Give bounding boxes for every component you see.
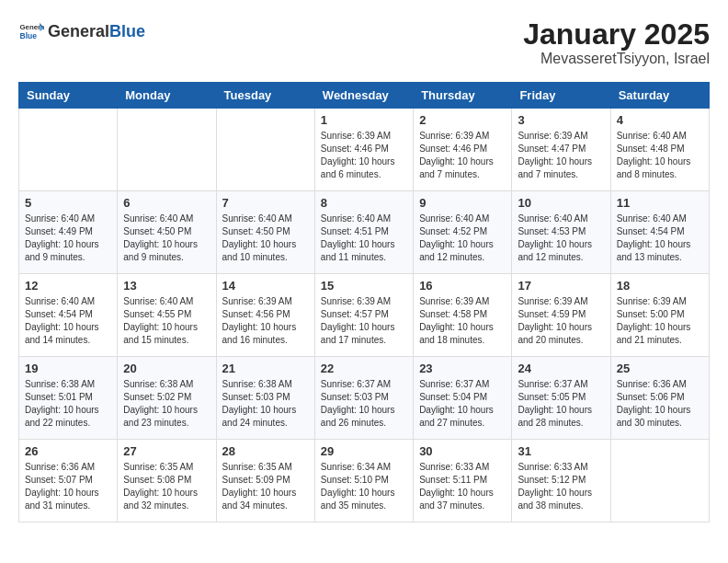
calendar-cell: 19Sunrise: 6:38 AMSunset: 5:01 PMDayligh…: [19, 357, 118, 440]
day-number: 19: [25, 362, 111, 375]
day-info: Sunrise: 6:40 AMSunset: 4:54 PMDaylight:…: [617, 213, 703, 264]
day-info: Sunrise: 6:40 AMSunset: 4:48 PMDaylight:…: [617, 130, 703, 181]
day-info: Sunrise: 6:39 AMSunset: 5:00 PMDaylight:…: [617, 295, 703, 347]
calendar-cell: 11Sunrise: 6:40 AMSunset: 4:54 PMDayligh…: [610, 191, 709, 274]
weekday-header-tuesday: Tuesday: [216, 83, 314, 109]
day-number: 28: [222, 444, 309, 458]
calendar-cell: 2Sunrise: 6:39 AMSunset: 4:46 PMDaylight…: [414, 109, 512, 191]
calendar-cell: 8Sunrise: 6:40 AMSunset: 4:51 PMDaylight…: [314, 191, 413, 274]
calendar-cell: 13Sunrise: 6:40 AMSunset: 4:55 PMDayligh…: [118, 274, 216, 357]
day-number: 22: [321, 362, 407, 375]
day-number: 18: [617, 279, 703, 293]
day-info: Sunrise: 6:40 AMSunset: 4:49 PMDaylight:…: [25, 213, 111, 264]
day-info: Sunrise: 6:39 AMSunset: 4:46 PMDaylight:…: [419, 130, 506, 181]
day-info: Sunrise: 6:39 AMSunset: 4:58 PMDaylight:…: [419, 295, 506, 347]
day-info: Sunrise: 6:39 AMSunset: 4:59 PMDaylight:…: [518, 295, 604, 347]
calendar-cell: 23Sunrise: 6:37 AMSunset: 5:04 PMDayligh…: [414, 357, 512, 440]
calendar-cell: [19, 109, 118, 191]
title-block: January 2025 MevasseretTsiyyon, Israel: [523, 18, 710, 67]
calendar-header-row: SundayMondayTuesdayWednesdayThursdayFrid…: [19, 83, 710, 109]
calendar-cell: 28Sunrise: 6:35 AMSunset: 5:09 PMDayligh…: [216, 440, 314, 523]
day-info: Sunrise: 6:39 AMSunset: 4:57 PMDaylight:…: [321, 295, 407, 347]
day-info: Sunrise: 6:37 AMSunset: 5:05 PMDaylight:…: [518, 378, 604, 430]
calendar-cell: 31Sunrise: 6:33 AMSunset: 5:12 PMDayligh…: [512, 440, 610, 523]
calendar-cell: 1Sunrise: 6:39 AMSunset: 4:46 PMDaylight…: [314, 109, 413, 191]
day-number: 21: [222, 362, 309, 375]
day-info: Sunrise: 6:35 AMSunset: 5:08 PMDaylight:…: [123, 461, 210, 512]
day-info: Sunrise: 6:40 AMSunset: 4:52 PMDaylight:…: [419, 213, 506, 264]
day-info: Sunrise: 6:39 AMSunset: 4:46 PMDaylight:…: [321, 130, 407, 181]
day-number: 25: [617, 362, 703, 375]
calendar-cell: 27Sunrise: 6:35 AMSunset: 5:08 PMDayligh…: [118, 440, 216, 523]
calendar-cell: 5Sunrise: 6:40 AMSunset: 4:49 PMDaylight…: [19, 191, 118, 274]
calendar-cell: 16Sunrise: 6:39 AMSunset: 4:58 PMDayligh…: [414, 274, 512, 357]
day-number: 3: [518, 113, 604, 127]
day-info: Sunrise: 6:35 AMSunset: 5:09 PMDaylight:…: [222, 461, 309, 512]
calendar-cell: 20Sunrise: 6:38 AMSunset: 5:02 PMDayligh…: [118, 357, 216, 440]
day-number: 24: [518, 362, 604, 375]
day-number: 14: [222, 279, 309, 293]
day-info: Sunrise: 6:40 AMSunset: 4:53 PMDaylight:…: [518, 213, 604, 264]
calendar-cell: 25Sunrise: 6:36 AMSunset: 5:06 PMDayligh…: [610, 357, 709, 440]
calendar-cell: 12Sunrise: 6:40 AMSunset: 4:54 PMDayligh…: [19, 274, 118, 357]
calendar-cell: 3Sunrise: 6:39 AMSunset: 4:47 PMDaylight…: [512, 109, 610, 191]
day-info: Sunrise: 6:40 AMSunset: 4:54 PMDaylight:…: [25, 295, 111, 347]
day-info: Sunrise: 6:40 AMSunset: 4:50 PMDaylight:…: [123, 213, 210, 264]
calendar-cell: 21Sunrise: 6:38 AMSunset: 5:03 PMDayligh…: [216, 357, 314, 440]
calendar-cell: 30Sunrise: 6:33 AMSunset: 5:11 PMDayligh…: [414, 440, 512, 523]
weekday-header-friday: Friday: [512, 83, 610, 109]
day-number: 7: [222, 196, 309, 210]
day-number: 4: [617, 113, 703, 127]
calendar-week-row: 19Sunrise: 6:38 AMSunset: 5:01 PMDayligh…: [19, 357, 710, 440]
day-number: 30: [419, 444, 506, 458]
day-number: 13: [123, 279, 210, 293]
svg-text:Blue: Blue: [20, 31, 38, 40]
day-info: Sunrise: 6:40 AMSunset: 4:50 PMDaylight:…: [222, 213, 309, 264]
calendar-table: SundayMondayTuesdayWednesdayThursdayFrid…: [18, 82, 710, 523]
day-number: 6: [123, 196, 210, 210]
calendar-cell: 22Sunrise: 6:37 AMSunset: 5:03 PMDayligh…: [314, 357, 413, 440]
calendar-cell: [610, 440, 709, 523]
calendar-cell: 7Sunrise: 6:40 AMSunset: 4:50 PMDaylight…: [216, 191, 314, 274]
day-number: 29: [321, 444, 407, 458]
calendar-cell: [118, 109, 216, 191]
calendar-cell: 15Sunrise: 6:39 AMSunset: 4:57 PMDayligh…: [314, 274, 413, 357]
calendar-cell: 29Sunrise: 6:34 AMSunset: 5:10 PMDayligh…: [314, 440, 413, 523]
calendar-cell: 18Sunrise: 6:39 AMSunset: 5:00 PMDayligh…: [610, 274, 709, 357]
weekday-header-monday: Monday: [118, 83, 216, 109]
calendar-week-row: 1Sunrise: 6:39 AMSunset: 4:46 PMDaylight…: [19, 109, 710, 191]
calendar-week-row: 5Sunrise: 6:40 AMSunset: 4:49 PMDaylight…: [19, 191, 710, 274]
day-info: Sunrise: 6:39 AMSunset: 4:47 PMDaylight:…: [518, 130, 604, 181]
calendar-cell: 26Sunrise: 6:36 AMSunset: 5:07 PMDayligh…: [19, 440, 118, 523]
logo-icon: General Blue: [18, 18, 44, 44]
day-info: Sunrise: 6:37 AMSunset: 5:03 PMDaylight:…: [321, 378, 407, 430]
day-info: Sunrise: 6:33 AMSunset: 5:12 PMDaylight:…: [518, 461, 604, 512]
day-info: Sunrise: 6:33 AMSunset: 5:11 PMDaylight:…: [419, 461, 506, 512]
day-number: 23: [419, 362, 506, 375]
calendar-cell: 4Sunrise: 6:40 AMSunset: 4:48 PMDaylight…: [610, 109, 709, 191]
calendar-week-row: 26Sunrise: 6:36 AMSunset: 5:07 PMDayligh…: [19, 440, 710, 523]
day-number: 9: [419, 196, 506, 210]
location-title: MevasseretTsiyyon, Israel: [523, 51, 710, 67]
day-info: Sunrise: 6:36 AMSunset: 5:07 PMDaylight:…: [25, 461, 111, 512]
calendar-cell: 9Sunrise: 6:40 AMSunset: 4:52 PMDaylight…: [414, 191, 512, 274]
day-info: Sunrise: 6:36 AMSunset: 5:06 PMDaylight:…: [617, 378, 703, 430]
weekday-header-thursday: Thursday: [414, 83, 512, 109]
day-number: 1: [321, 113, 407, 127]
day-number: 8: [321, 196, 407, 210]
day-number: 11: [617, 196, 703, 210]
weekday-header-saturday: Saturday: [610, 83, 709, 109]
day-info: Sunrise: 6:40 AMSunset: 4:55 PMDaylight:…: [123, 295, 210, 347]
day-number: 31: [518, 444, 604, 458]
weekday-header-wednesday: Wednesday: [314, 83, 413, 109]
weekday-header-sunday: Sunday: [19, 83, 118, 109]
day-number: 2: [419, 113, 506, 127]
day-info: Sunrise: 6:34 AMSunset: 5:10 PMDaylight:…: [321, 461, 407, 512]
calendar-cell: 6Sunrise: 6:40 AMSunset: 4:50 PMDaylight…: [118, 191, 216, 274]
day-number: 12: [25, 279, 111, 293]
day-number: 15: [321, 279, 407, 293]
logo-blue: Blue: [109, 22, 145, 41]
day-number: 17: [518, 279, 604, 293]
day-info: Sunrise: 6:38 AMSunset: 5:02 PMDaylight:…: [123, 378, 210, 430]
calendar-cell: 24Sunrise: 6:37 AMSunset: 5:05 PMDayligh…: [512, 357, 610, 440]
